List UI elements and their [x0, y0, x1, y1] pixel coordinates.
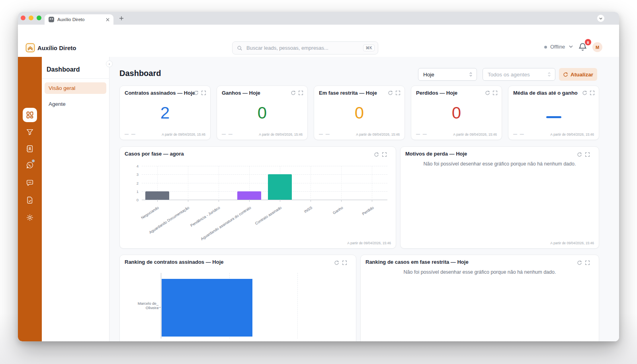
y-tick-label: 1 [137, 189, 139, 194]
x-tick-label: Aguardando assinatura do contrato [199, 205, 251, 241]
card-refresh-icon[interactable] [577, 260, 582, 265]
status-chevron-icon[interactable] [569, 45, 573, 48]
kpi-card-contratos: Contratos assinados — Hoje 2 — — A parti… [119, 86, 211, 140]
document-check-icon[interactable] [26, 196, 34, 204]
gridline [142, 174, 387, 175]
browser-toolbar: auxiliodireto.zeez.com.br/dashboard [18, 25, 619, 39]
card-refresh-icon[interactable] [485, 90, 490, 95]
card-expand-icon[interactable] [298, 90, 303, 95]
gridline [311, 166, 311, 200]
kpi-as-of: A partir de 09/04/2026, 15:46 [356, 132, 400, 136]
chat-icon[interactable] [26, 179, 34, 187]
card-expand-icon[interactable] [585, 152, 590, 157]
card-refresh-icon[interactable] [388, 90, 393, 95]
card-expand-icon[interactable] [201, 90, 206, 95]
x-axis-tick [311, 200, 311, 202]
y-tick-label: 2 [137, 181, 139, 185]
traffic-close-button[interactable] [21, 16, 25, 20]
panel-ranking-fase-restrita: Ranking de casos em fase restrita — Hoje… [360, 255, 599, 341]
sidebar-item-agente[interactable]: Agente [45, 98, 106, 110]
sidebar-item-visao-geral[interactable]: Visão geral [45, 82, 106, 94]
card-refresh-icon[interactable] [577, 152, 582, 157]
card-expand-icon[interactable] [382, 152, 387, 157]
period-select[interactable]: Hoje [418, 68, 477, 81]
bar-Negociando[interactable] [145, 191, 169, 200]
kpi-card-perdidos: Perdidos — Hoje 0 — — A partir de 09/04/… [411, 86, 502, 140]
kpi-value: 0 [314, 103, 404, 123]
card-refresh-icon[interactable] [334, 260, 339, 265]
kpi-value: 2 [120, 103, 210, 123]
card-expand-icon[interactable] [395, 90, 401, 95]
no-data-message: Não foi possível desenhar esse gráfico p… [401, 161, 599, 167]
search-shortcut-badge: ⌘K [363, 45, 375, 51]
x-tick-label-wrap: Perdido [284, 203, 372, 210]
search-icon [237, 45, 242, 51]
bar-Aguardando assinatura do contrato[interactable] [237, 191, 261, 200]
no-data-message: Não foi possível desenhar esse gráfico p… [361, 269, 599, 275]
x-axis-tick [280, 200, 280, 202]
new-tab-button[interactable] [119, 16, 124, 21]
contacts-book-icon[interactable] [26, 145, 34, 153]
tab-strip: Auxílio Direto [18, 12, 619, 25]
ranking-category-label: Marcelo de_ Oliveira [127, 301, 158, 310]
refresh-button[interactable]: Atualizar [559, 68, 597, 81]
search-input[interactable] [246, 45, 363, 51]
browser-tab[interactable]: Auxílio Direto [45, 14, 113, 25]
casos-plot: NegociandoAguardando DocumentaçãoPendênc… [142, 166, 387, 200]
status-label[interactable]: Offline [550, 44, 565, 50]
gridline [142, 183, 387, 183]
user-avatar[interactable]: M [592, 42, 602, 52]
x-tick-label: Perdido [361, 205, 374, 216]
card-refresh-icon[interactable] [193, 90, 199, 95]
gridline [188, 166, 188, 200]
sidebar-collapse-button[interactable]: ‹ [106, 60, 113, 67]
panel-motivos-perda: Motivos de perda — Hoje Não foi possível… [400, 146, 599, 249]
nav-rail [18, 57, 42, 341]
panel-ranking-contratos: Ranking de contratos assinados — Hoje Ma… [119, 255, 356, 341]
kpi-empty-range: — — [222, 132, 233, 136]
kpi-empty-range: — — [319, 132, 330, 136]
tab-search-chevron[interactable] [597, 15, 604, 22]
kpi-as-of: A partir de 09/04/2026, 15:46 [453, 132, 497, 136]
card-refresh-icon[interactable] [582, 90, 587, 95]
sidebar: Dashboard Visão geral Agente ‹ [42, 57, 109, 341]
card-expand-icon[interactable] [585, 260, 590, 265]
settings-gear-icon[interactable] [26, 214, 34, 222]
status-dot [544, 46, 547, 49]
x-axis-tick [249, 200, 250, 202]
card-expand-icon[interactable] [492, 90, 498, 95]
y-tick-label: 3 [137, 172, 139, 177]
main-content: Dashboard Hoje Todos os agentes Atualiza… [109, 57, 619, 341]
traffic-zoom-button[interactable] [37, 16, 41, 20]
brand-name: Auxílio Direto [37, 45, 76, 51]
app-header: Auxílio Direto ⌘K Offline 8 M [18, 39, 619, 57]
traffic-minimize-button[interactable] [29, 16, 33, 20]
tab-close-icon[interactable] [106, 18, 109, 21]
brand-logo-icon [25, 43, 35, 53]
select-caret-icon [547, 72, 551, 77]
refresh-icon [563, 72, 568, 77]
agents-select[interactable]: Todos os agentes [483, 68, 555, 81]
card-refresh-icon[interactable] [374, 152, 379, 157]
bar-Marcelo de_ Oliveira[interactable] [162, 279, 252, 337]
gridline [372, 166, 372, 200]
x-axis-tick [157, 200, 158, 202]
y-axis-labels: 01234 [126, 166, 139, 204]
card-expand-icon[interactable] [590, 90, 595, 95]
gridline [219, 166, 219, 200]
card-refresh-icon[interactable] [291, 90, 296, 95]
bar-Contrato assinado[interactable] [268, 174, 292, 200]
kpi-as-of: A partir de 09/04/2026, 15:46 [259, 132, 303, 136]
kpi-card-ganhos: Ganhos — Hoje 0 — — A partir de 09/04/20… [217, 86, 308, 140]
kpi-empty-range: — — [416, 132, 428, 136]
kpi-as-of: A partir de 09/04/2026, 15:46 [550, 132, 594, 136]
x-axis-tick [219, 200, 219, 202]
filter-funnel-icon[interactable] [26, 128, 34, 136]
panel-as-of: A partir de 09/04/2026, 15:46 [550, 241, 594, 245]
notification-badge: 8 [585, 39, 591, 45]
rail-item-dashboard[interactable] [23, 108, 37, 122]
y-tick-label: 4 [137, 164, 139, 168]
browser-window: Auxílio Direto auxiliodireto.zeez.com.br… [18, 12, 619, 341]
card-expand-icon[interactable] [342, 260, 347, 265]
global-search[interactable]: ⌘K [232, 41, 378, 55]
